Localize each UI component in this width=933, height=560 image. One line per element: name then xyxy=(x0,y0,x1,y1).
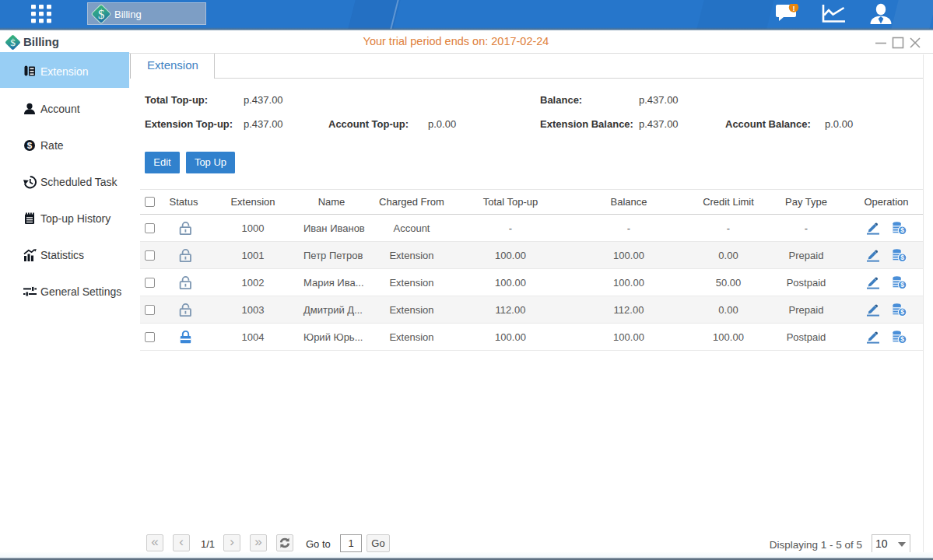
svg-text:!: ! xyxy=(792,4,794,12)
svg-text:$: $ xyxy=(98,7,104,22)
svg-text:$: $ xyxy=(27,141,33,150)
